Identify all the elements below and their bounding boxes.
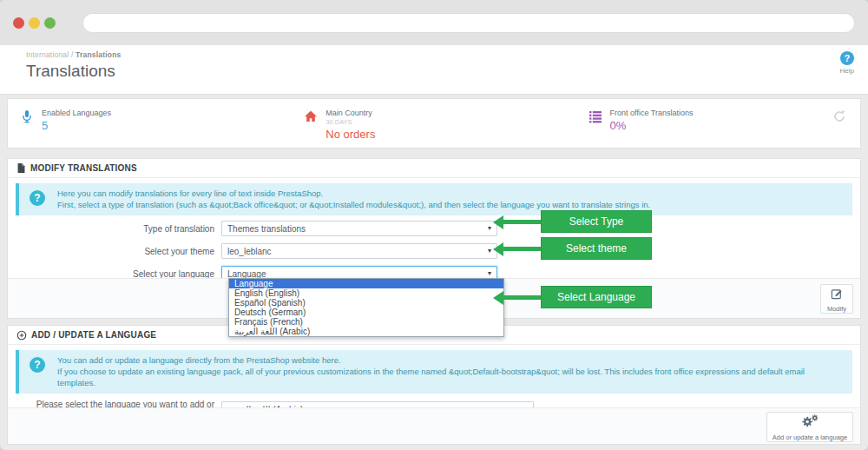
page-title: Translations (26, 62, 868, 81)
list-icon (589, 109, 602, 123)
kpi-main-country: Main Country 30 DAYS No orders (292, 109, 575, 141)
kpi-sublabel: 30 DAYS (326, 118, 375, 126)
kpi-front-office-translations: Front office Translations 0% (576, 109, 860, 132)
kpi-label: Front office Translations (610, 109, 694, 117)
app-window: International / Translations Translation… (0, 0, 868, 450)
select-your-theme-label: Select your theme (8, 247, 221, 256)
modify-panel-header: MODIFY TRANSLATIONS (8, 159, 860, 178)
question-icon: ? (30, 357, 45, 373)
modify-panel-title: MODIFY TRANSLATIONS (30, 163, 137, 173)
plus-circle-icon (16, 330, 27, 341)
select-your-language-label: Select your language (8, 269, 221, 279)
info-line: Here you can modify translations for eve… (57, 188, 844, 199)
type-of-translation-select[interactable]: Themes translations ▾ (221, 221, 497, 236)
window-maximize-dot[interactable] (44, 17, 56, 29)
dropdown-option-spanish[interactable]: Español (Spanish) (229, 298, 503, 308)
dropdown-option-german[interactable]: Deutsch (German) (229, 308, 503, 317)
caret-down-icon: ▾ (488, 225, 491, 232)
kpi-value: No orders (326, 128, 375, 141)
add-language-panel: ADD / UPDATE A LANGUAGE ? You can add or… (7, 325, 861, 445)
question-icon: ? (30, 190, 45, 206)
edit-icon (831, 288, 844, 301)
theme-select[interactable]: leo_leblanc ▾ (221, 243, 497, 259)
refresh-icon[interactable] (832, 109, 846, 123)
add-or-update-language-label: Add or update a language (767, 433, 852, 441)
select-type-callout: Select Type (541, 210, 652, 233)
add-panel-footer: Add or update a language (8, 407, 860, 444)
help-icon[interactable]: ? (840, 51, 854, 65)
info-line: You can add or update a language directl… (57, 354, 844, 366)
dropdown-option-arabic[interactable]: اللغة العربية (Arabic) (229, 327, 503, 336)
gears-icon (800, 414, 819, 429)
kpi-enabled-languages: Enabled Languages 5 (8, 109, 292, 132)
dropdown-option-french[interactable]: Français (French) (229, 317, 503, 327)
microphone-icon (20, 109, 34, 123)
file-icon (16, 162, 26, 174)
select-value: Language (227, 269, 266, 279)
select-language-callout: Select Language (541, 286, 652, 308)
breadcrumb: International / Translations (26, 50, 868, 59)
breadcrumb-separator: / (71, 50, 74, 59)
kpi-value: 5 (42, 119, 111, 132)
info-line: First, select a type of translation (suc… (57, 199, 844, 210)
info-line: If you choose to update an existing lang… (57, 366, 844, 388)
form-row-theme: Select your theme leo_leblanc ▾ (8, 243, 860, 259)
modify-form: Type of translation Themes translations … (8, 221, 860, 281)
type-of-translation-label: Type of translation (8, 224, 221, 234)
select-theme-arrow (503, 247, 541, 251)
dropdown-option-language[interactable]: Language (229, 279, 503, 288)
caret-down-icon: ▾ (488, 270, 491, 277)
modify-info-box: ? Here you can modify translations for e… (16, 183, 852, 215)
home-icon (304, 109, 318, 123)
select-theme-callout: Select theme (541, 237, 652, 260)
modify-button[interactable]: Modify (820, 284, 853, 314)
kpi-label: Main Country (326, 109, 375, 117)
dropdown-option-english[interactable]: English (English) (229, 288, 503, 298)
address-bar[interactable] (82, 13, 855, 33)
select-type-arrow (503, 220, 541, 224)
form-row-type: Type of translation Themes translations … (8, 221, 860, 236)
breadcrumb-section[interactable]: International (26, 50, 69, 59)
help-label: Help (840, 67, 854, 75)
select-value: leo_leblanc (227, 247, 272, 256)
help-button[interactable]: ? Help (840, 51, 854, 75)
modify-button-label: Modify (821, 305, 852, 313)
window-close-dot[interactable] (13, 17, 24, 29)
window-minimize-dot[interactable] (29, 17, 40, 29)
select-language-arrow (503, 295, 541, 300)
page-content: Enabled Languages 5 Main Country 30 DAYS… (0, 95, 868, 450)
add-panel-title: ADD / UPDATE A LANGUAGE (31, 330, 156, 340)
modify-translations-panel: MODIFY TRANSLATIONS ? Here you can modif… (7, 158, 861, 319)
kpi-value: 0% (610, 119, 694, 132)
add-info-box: ? You can add or update a language direc… (16, 350, 852, 394)
language-dropdown-list: Language English (English) Español (Span… (228, 278, 504, 337)
kpi-bar: Enabled Languages 5 Main Country 30 DAYS… (7, 98, 861, 149)
add-or-update-language-button[interactable]: Add or update a language (766, 412, 853, 442)
page-header: International / Translations Translation… (0, 45, 868, 95)
browser-bar (0, 0, 868, 45)
caret-down-icon: ▾ (488, 248, 491, 255)
select-value: Themes translations (227, 224, 306, 234)
kpi-label: Enabled Languages (42, 109, 111, 117)
breadcrumb-page: Translations (76, 50, 121, 59)
